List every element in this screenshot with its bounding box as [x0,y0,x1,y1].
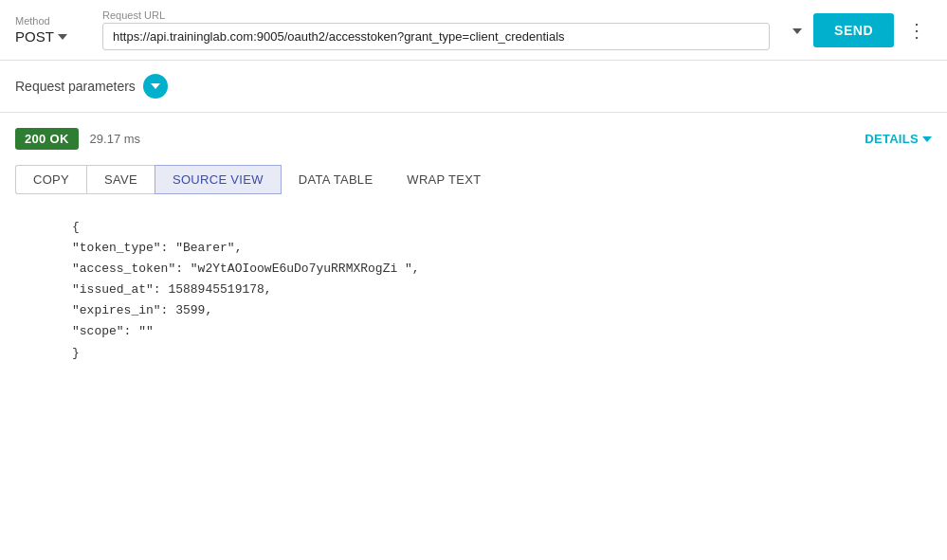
method-chevron-icon [58,34,67,40]
details-chevron-icon [922,136,932,142]
url-dropdown-button[interactable] [789,19,806,41]
source-view-button[interactable]: SOURCE VIEW [155,165,282,194]
expand-chevron-icon [151,83,160,89]
method-value: POST [15,28,54,45]
response-body: { "token_type": "Bearer", "access_token"… [15,209,932,379]
response-section: 200 OK 29.17 ms DETAILS COPY SAVE SOURCE… [0,113,947,379]
response-time: 29.17 ms [90,132,140,146]
send-button[interactable]: SEND [813,13,894,47]
method-section: Method POST [15,15,91,45]
response-status-row: 200 OK 29.17 ms DETAILS [15,128,932,150]
top-bar-actions: SEND ⋮ [789,13,932,47]
json-line-5: "scope": "" [72,321,917,342]
method-select[interactable]: POST [15,28,91,45]
json-line-1: "token_type": "Bearer", [72,238,917,259]
json-line-6: } [72,343,917,364]
json-line-3: "issued_at": 1588945519178, [72,280,917,300]
request-params-section: Request parameters [0,61,947,113]
copy-button[interactable]: COPY [15,165,86,194]
url-input[interactable] [102,23,770,50]
details-label: DETAILS [865,132,919,146]
data-table-button[interactable]: DATA TABLE [282,166,391,193]
url-section: Request URL [102,9,770,50]
status-badge: 200 OK [15,128,79,150]
details-link[interactable]: DETAILS [865,132,932,146]
top-bar: Method POST Request URL SEND ⋮ [0,0,947,61]
request-params-row: Request parameters [15,74,932,99]
json-line-4: "expires_in": 3599, [72,300,917,321]
request-params-expand-button[interactable] [143,74,168,99]
response-toolbar: COPY SAVE SOURCE VIEW DATA TABLE WRAP TE… [15,165,932,194]
url-label: Request URL [102,9,770,21]
more-options-button[interactable]: ⋮ [901,15,932,45]
url-dropdown-icon [792,28,802,34]
save-button[interactable]: SAVE [86,165,155,194]
method-label: Method [15,15,91,27]
json-line-2: "access_token": "w2YtAOIoowE6uDo7yuRRMXR… [72,259,917,280]
json-line-0: { [72,217,917,238]
request-params-label: Request parameters [15,79,136,94]
status-left: 200 OK 29.17 ms [15,128,140,150]
wrap-text-button[interactable]: WRAP TEXT [390,166,498,193]
